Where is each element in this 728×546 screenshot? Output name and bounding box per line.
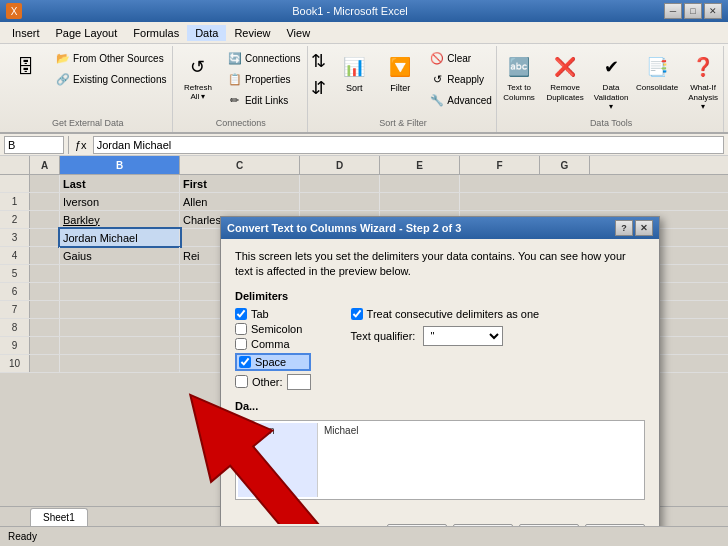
dialog-description: This screen lets you set the delimiters … — [235, 249, 645, 280]
treat-consecutive-checkbox[interactable]: Treat consecutive delimiters as one — [351, 308, 540, 320]
name-box[interactable] — [4, 136, 64, 154]
ribbon-btn-refresh-all[interactable]: ↺ Refresh All ▾ — [176, 48, 220, 104]
spreadsheet-container: A B C D E F G Last First 1 Iverson Allen… — [0, 156, 728, 526]
data-valid-icon: ✔ — [595, 51, 627, 83]
ribbon-group-get-external: 🗄 📂 From Other Sources 🔗 Existing Connec… — [4, 46, 173, 132]
comma-checkbox[interactable] — [235, 338, 247, 350]
delimiters-right: Treat consecutive delimiters as one Text… — [351, 308, 540, 390]
menu-insert[interactable]: Insert — [4, 25, 48, 41]
dialog-title-bar: Convert Text to Columns Wizard - Step 2 … — [221, 217, 659, 239]
checkbox-semicolon[interactable]: Semicolon — [235, 323, 311, 335]
formula-divider — [68, 136, 69, 154]
dialog-convert-text: Convert Text to Columns Wizard - Step 2 … — [220, 216, 660, 526]
text-qualifier-select[interactable]: " ' None — [423, 326, 503, 346]
checkbox-tab[interactable]: Tab — [235, 308, 311, 320]
advanced-icon: 🔧 — [429, 92, 445, 108]
ribbon-btn-edit-links[interactable]: ✏ Edit Links — [222, 90, 306, 110]
sort-za-icon[interactable]: ⇵ — [309, 75, 328, 101]
ribbon-btn-what-if[interactable]: ❓ What-If Analysis ▾ — [681, 48, 725, 115]
what-if-icon: ❓ — [687, 51, 719, 83]
close-button[interactable]: ✕ — [704, 3, 722, 19]
menu-data[interactable]: Data — [187, 25, 226, 41]
finish-button[interactable]: Finish — [585, 524, 645, 526]
ribbon-btn-reapply[interactable]: ↺ Reapply — [424, 69, 496, 89]
ribbon-btn-existing[interactable]: 🔗 Existing Connections — [50, 69, 171, 89]
ribbon-btn-advanced[interactable]: 🔧 Advanced — [424, 90, 496, 110]
ribbon-btn-properties[interactable]: 📋 Properties — [222, 69, 306, 89]
ribbon-group-connections: ↺ Refresh All ▾ 🔄 Connections 📋 Properti… — [175, 46, 308, 132]
menu-review[interactable]: Review — [226, 25, 278, 41]
other-input[interactable] — [287, 374, 311, 390]
consolidate-icon: 📑 — [641, 51, 673, 83]
menu-page-layout[interactable]: Page Layout — [48, 25, 126, 41]
reapply-icon: ↺ — [429, 71, 445, 87]
ribbon: 🗄 📂 From Other Sources 🔗 Existing Connec… — [0, 44, 728, 134]
checkbox-space[interactable]: Space — [235, 353, 311, 371]
cancel-button[interactable]: Cancel — [387, 524, 447, 526]
ribbon-btn-data-valid[interactable]: ✔ Data Validation ▾ — [589, 48, 633, 115]
group-label-data-tools: Data Tools — [590, 118, 632, 130]
fx-icon[interactable]: ƒx — [73, 139, 89, 151]
dialog-overlay: Convert Text to Columns Wizard - Step 2 … — [0, 156, 728, 526]
from-other-icon: 📂 — [55, 50, 71, 66]
back-button[interactable]: < Back — [453, 524, 513, 526]
delimiters-section: Tab Semicolon Comma Space — [235, 308, 645, 390]
minimize-button[interactable]: ─ — [664, 3, 682, 19]
remove-dup-icon: ❌ — [549, 51, 581, 83]
title-bar: X Book1 - Microsoft Excel ─ □ ✕ — [0, 0, 728, 22]
ribbon-btn-connections[interactable]: 🔄 Connections — [222, 48, 306, 68]
ribbon-btn-consolidate[interactable]: 📑 Consolidate — [635, 48, 679, 96]
dialog-buttons: Cancel < Back Next > Finish — [221, 518, 659, 526]
sort-icon: 📊 — [338, 51, 370, 83]
ribbon-btn-from-other[interactable]: 📂 From Other Sources — [50, 48, 171, 68]
preview-col-1: Jordan — [238, 423, 318, 497]
ribbon-btn-text-to-columns[interactable]: 🔤 Text to Columns — [497, 48, 541, 105]
ribbon-btn-filter[interactable]: 🔽 Filter — [378, 48, 422, 96]
status-ready: Ready — [8, 531, 37, 542]
other-row: Other: — [235, 374, 311, 390]
preview-col-2: Michael — [318, 423, 398, 497]
edit-links-icon: ✏ — [227, 92, 243, 108]
delimiters-label: Delimiters — [235, 290, 645, 302]
treat-consecutive-input[interactable] — [351, 308, 363, 320]
menu-formulas[interactable]: Formulas — [125, 25, 187, 41]
refresh-icon: ↺ — [182, 51, 214, 83]
text-qualifier-row: Text qualifier: " ' None — [351, 326, 540, 346]
delimiters-left: Tab Semicolon Comma Space — [235, 308, 311, 390]
group-label-get-external: Get External Data — [52, 118, 124, 130]
ribbon-btn-clear[interactable]: 🚫 Clear — [424, 48, 496, 68]
checkbox-comma[interactable]: Comma — [235, 338, 311, 350]
menu-bar: Insert Page Layout Formulas Data Review … — [0, 22, 728, 44]
other-checkbox[interactable] — [235, 375, 248, 388]
sort-az-icon[interactable]: ⇅ — [309, 48, 328, 74]
formula-input[interactable] — [93, 136, 724, 154]
window-title: Book1 - Microsoft Excel — [36, 5, 664, 17]
ribbon-group-sort-filter: ⇅ ⇵ 📊 Sort 🔽 Filter 🚫 Clear ↺ Reapply — [310, 46, 497, 132]
group-label-connections: Connections — [216, 118, 266, 130]
dialog-close-button[interactable]: ✕ — [635, 220, 653, 236]
tab-checkbox[interactable] — [235, 308, 247, 320]
status-bar: Ready — [0, 526, 728, 546]
dialog-title: Convert Text to Columns Wizard - Step 2 … — [227, 222, 615, 234]
menu-view[interactable]: View — [278, 25, 318, 41]
dialog-help-button[interactable]: ? — [615, 220, 633, 236]
ribbon-btn-remove-dup[interactable]: ❌ Remove Duplicates — [543, 48, 587, 105]
existing-conn-icon: 🔗 — [55, 71, 71, 87]
space-checkbox[interactable] — [239, 356, 251, 368]
data-preview: Jordan Michael — [235, 420, 645, 500]
properties-icon: 📋 — [227, 71, 243, 87]
formula-bar: ƒx — [0, 134, 728, 156]
ribbon-btn-sort[interactable]: 📊 Sort — [332, 48, 376, 96]
group-label-sort-filter: Sort & Filter — [379, 118, 427, 130]
connections-icon: 🔄 — [227, 50, 243, 66]
database-icon: 🗄 — [10, 51, 42, 83]
filter-icon: 🔽 — [384, 51, 416, 83]
clear-icon: 🚫 — [429, 50, 445, 66]
text-columns-icon: 🔤 — [503, 51, 535, 83]
ribbon-group-data-tools: 🔤 Text to Columns ❌ Remove Duplicates ✔ … — [499, 46, 724, 132]
ribbon-btn-get-data[interactable]: 🗄 — [4, 48, 48, 86]
data-preview-label: Da... — [235, 400, 645, 412]
next-button[interactable]: Next > — [519, 524, 579, 526]
maximize-button[interactable]: □ — [684, 3, 702, 19]
semicolon-checkbox[interactable] — [235, 323, 247, 335]
